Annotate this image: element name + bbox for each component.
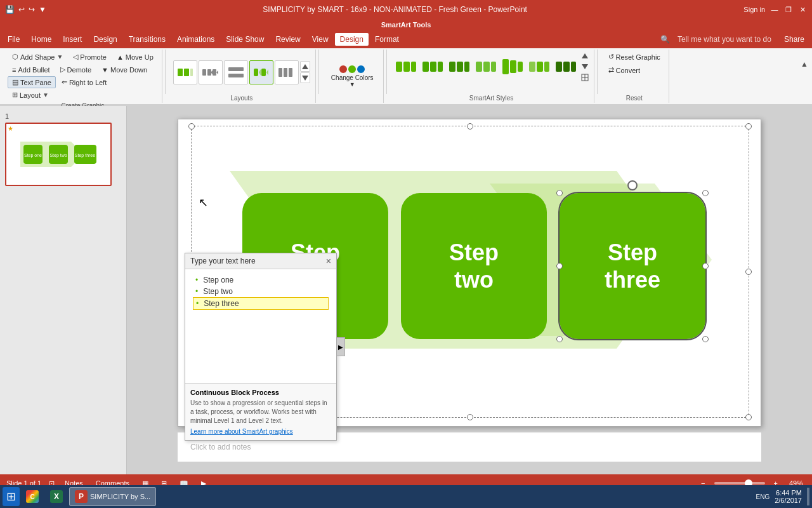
restore-button[interactable]: ❐	[784, 5, 793, 14]
style-swatch-3[interactable]	[447, 54, 472, 79]
tab-animations[interactable]: Animations	[172, 33, 219, 46]
box3-handle-ml[interactable]	[556, 263, 563, 269]
add-shape-icon: ⬡	[12, 53, 18, 61]
customize-icon[interactable]: ▼	[39, 5, 46, 14]
right-to-left-button[interactable]: ⇐ Right to Left	[57, 76, 111, 88]
promote-button[interactable]: ◁ Promote	[69, 51, 111, 63]
handle-br[interactable]	[745, 414, 752, 420]
move-up-button[interactable]: ▲ Move Up	[112, 51, 158, 63]
text-pane-item-1[interactable]: • Step one	[193, 274, 329, 286]
svg-rect-36	[544, 62, 549, 72]
text-pane-button[interactable]: ▤ Text Pane	[8, 76, 56, 88]
tab-design[interactable]: Design	[88, 33, 122, 46]
slide-canvas[interactable]: Stepone Steptwo	[178, 119, 761, 427]
text-pane-item-2[interactable]: • Step two	[193, 286, 329, 297]
style-swatch-5[interactable]	[500, 54, 525, 79]
layouts-label: Layouts	[172, 93, 311, 102]
text-pane-expand-button[interactable]: ▶	[336, 337, 345, 356]
handle-bc[interactable]	[467, 414, 473, 420]
svg-rect-1	[184, 69, 189, 76]
text-pane-item-3[interactable]: • Step three	[193, 297, 329, 310]
layout-dropdown-icon[interactable]: ▼	[43, 91, 49, 98]
convert-icon: ⇄	[608, 66, 614, 74]
rotate-handle[interactable]	[627, 180, 638, 190]
layout-more-up[interactable]	[300, 61, 310, 72]
sep2	[318, 50, 319, 94]
promote-icon: ◁	[73, 53, 78, 61]
redo-icon[interactable]: ↪	[29, 5, 35, 14]
style-more[interactable]	[580, 72, 590, 83]
add-bullet-button[interactable]: ≡ Add Bullet	[8, 64, 55, 76]
style-scroll-up[interactable]	[580, 51, 590, 61]
convert-button[interactable]: ⇄ Convert	[604, 64, 665, 76]
layout-option-5[interactable]	[275, 60, 299, 84]
layout-option-2[interactable]	[199, 60, 223, 84]
svg-text:Step one: Step one	[24, 153, 42, 158]
add-shape-button[interactable]: ⬡ Add Shape ▼	[8, 51, 67, 63]
ribbon-collapse-button[interactable]: ▲	[801, 60, 808, 69]
box3-handle-tl[interactable]	[556, 190, 563, 196]
handle-mr[interactable]	[745, 269, 752, 275]
slide-number: 1	[5, 112, 121, 120]
powerpoint-button[interactable]: P SIMPLICITY by S...	[69, 487, 156, 506]
style-swatch-6[interactable]	[527, 54, 552, 79]
share-button[interactable]: Share	[779, 33, 809, 46]
tab-file[interactable]: File	[3, 33, 25, 46]
minimize-button[interactable]: —	[770, 5, 779, 14]
text-pane-close-button[interactable]: ×	[326, 256, 331, 266]
smartart-styles-group: SmartArt Styles	[390, 50, 594, 103]
svg-rect-24	[438, 62, 443, 72]
step-box-2[interactable]: Steptwo	[401, 193, 547, 339]
tab-transitions[interactable]: Transitions	[124, 33, 171, 46]
start-button[interactable]: ⊞	[3, 487, 20, 506]
layout-button[interactable]: ⊞ Layout ▼	[8, 89, 53, 101]
learn-more-link[interactable]: Learn more about SmartArt graphics	[190, 428, 331, 435]
tab-review[interactable]: Review	[270, 33, 305, 46]
reset-graphic-button[interactable]: ↺ Reset Graphic	[604, 51, 665, 63]
tab-slideshow[interactable]: Slide Show	[221, 33, 269, 46]
bullet-1: •	[195, 276, 198, 284]
text-pane-description: Continuous Block Process Use to show a p…	[185, 384, 336, 440]
svg-rect-10	[254, 69, 258, 76]
tell-me-input[interactable]: Tell me what you want to do	[672, 33, 776, 46]
style-swatch-7[interactable]	[553, 54, 579, 79]
box3-handle-br[interactable]	[702, 336, 709, 342]
step-box-3[interactable]: Stepthree	[560, 193, 705, 339]
svg-marker-40	[582, 53, 588, 58]
handle-tl[interactable]	[188, 123, 195, 130]
layout-option-3[interactable]	[224, 60, 248, 84]
save-icon[interactable]: 💾	[5, 5, 15, 14]
tab-smartart-design[interactable]: Design	[335, 33, 369, 46]
style-swatch-1[interactable]	[393, 54, 419, 79]
chrome-button[interactable]: C	[21, 487, 44, 506]
tab-format[interactable]: Format	[370, 33, 404, 46]
add-shape-dropdown-icon[interactable]: ▼	[56, 53, 63, 60]
box3-handle-tr[interactable]	[702, 190, 709, 196]
layout-option-4[interactable]	[249, 60, 273, 84]
undo-icon[interactable]: ↩	[18, 5, 25, 14]
show-desktop-button[interactable]	[807, 488, 809, 505]
slide-thumbnail[interactable]: ★ Step one Step two Step three	[5, 123, 112, 186]
layout-more-down[interactable]	[300, 72, 310, 83]
handle-tc[interactable]	[467, 123, 473, 130]
zoom-slider[interactable]	[714, 482, 765, 485]
svg-rect-32	[510, 60, 516, 73]
notes-placeholder: Click to add notes	[190, 443, 251, 451]
change-colors-button[interactable]: Change Colors ▼	[325, 62, 379, 91]
sign-in-link[interactable]: Sign in	[743, 6, 765, 13]
excel-button[interactable]: X	[45, 487, 68, 506]
tab-home[interactable]: Home	[26, 33, 56, 46]
box3-handle-bl[interactable]	[556, 336, 563, 342]
style-scroll-down[interactable]	[580, 62, 590, 72]
close-button[interactable]: ✕	[798, 5, 807, 14]
style-swatch-4[interactable]	[473, 54, 499, 79]
box3-handle-mr[interactable]	[702, 263, 709, 269]
demote-button[interactable]: ▷ Demote	[56, 64, 96, 76]
tab-view[interactable]: View	[307, 33, 334, 46]
handle-tr[interactable]	[745, 123, 752, 130]
style-swatch-2[interactable]	[420, 54, 445, 79]
tab-insert[interactable]: Insert	[58, 33, 87, 46]
move-down-button[interactable]: ▼ Move Down	[97, 64, 152, 76]
create-graphic-row3: ▤ Text Pane ⇐ Right to Left	[8, 76, 158, 88]
layout-option-1[interactable]	[173, 60, 197, 84]
